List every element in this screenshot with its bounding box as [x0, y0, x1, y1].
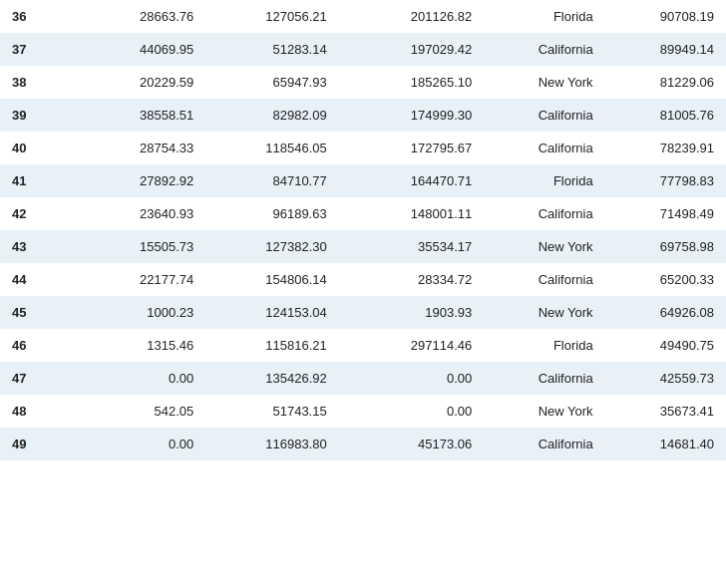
row-col6: 35673.41: [605, 395, 726, 428]
row-col3: 127382.30: [205, 230, 338, 263]
row-col2: 44069.95: [73, 33, 205, 66]
table-row: 3938558.5182982.09174999.30California810…: [0, 99, 726, 132]
row-id: 44: [0, 263, 73, 296]
row-col3: 154806.14: [205, 263, 338, 296]
row-col6: 71498.49: [605, 197, 726, 230]
row-state: California: [484, 263, 604, 296]
row-state: New York: [484, 230, 604, 263]
row-col6: 42559.73: [605, 362, 726, 395]
row-col6: 65200.33: [605, 263, 726, 296]
table-row: 4127892.9284710.77164470.71Florida77798.…: [0, 164, 726, 197]
row-state: Florida: [484, 0, 604, 33]
row-col4: 0.00: [339, 362, 485, 395]
row-col6: 14681.40: [605, 428, 726, 460]
row-col4: 201126.82: [339, 0, 485, 33]
row-id: 48: [0, 395, 73, 428]
row-col2: 0.00: [73, 428, 205, 460]
row-col2: 27892.92: [73, 164, 205, 197]
row-col3: 118546.05: [205, 132, 338, 164]
row-col6: 89949.14: [605, 33, 726, 66]
row-id: 37: [0, 33, 73, 66]
row-id: 36: [0, 0, 73, 33]
data-table: 3628663.76127056.21201126.82Florida90708…: [0, 0, 726, 460]
row-col2: 15505.73: [73, 230, 205, 263]
row-col4: 174999.30: [339, 99, 485, 132]
row-state: California: [484, 362, 604, 395]
row-col3: 84710.77: [205, 164, 338, 197]
row-state: New York: [484, 395, 604, 428]
row-id: 38: [0, 66, 73, 99]
row-col6: 69758.98: [605, 230, 726, 263]
row-col2: 23640.93: [73, 197, 205, 230]
row-col4: 185265.10: [339, 66, 485, 99]
row-col4: 0.00: [339, 395, 485, 428]
row-state: California: [484, 428, 604, 460]
row-state: New York: [484, 296, 604, 329]
table-row: 4223640.9396189.63148001.11California714…: [0, 197, 726, 230]
row-id: 43: [0, 230, 73, 263]
row-state: California: [484, 132, 604, 164]
row-col2: 0.00: [73, 362, 205, 395]
row-col4: 164470.71: [339, 164, 485, 197]
row-col3: 124153.04: [205, 296, 338, 329]
row-col2: 1315.46: [73, 329, 205, 362]
row-col3: 65947.93: [205, 66, 338, 99]
row-id: 39: [0, 99, 73, 132]
row-col2: 1000.23: [73, 296, 205, 329]
row-col4: 1903.93: [339, 296, 485, 329]
row-state: California: [484, 99, 604, 132]
row-col2: 20229.59: [73, 66, 205, 99]
row-col2: 542.05: [73, 395, 205, 428]
row-col2: 28663.76: [73, 0, 205, 33]
row-col4: 172795.67: [339, 132, 485, 164]
row-col4: 148001.11: [339, 197, 485, 230]
row-id: 46: [0, 329, 73, 362]
row-col6: 81005.76: [605, 99, 726, 132]
row-col3: 51283.14: [205, 33, 338, 66]
row-col3: 127056.21: [205, 0, 338, 33]
row-id: 41: [0, 164, 73, 197]
row-col3: 96189.63: [205, 197, 338, 230]
row-id: 45: [0, 296, 73, 329]
row-col4: 28334.72: [339, 263, 485, 296]
table-row: 4422177.74154806.1428334.72California652…: [0, 263, 726, 296]
row-col2: 38558.51: [73, 99, 205, 132]
row-col6: 64926.08: [605, 296, 726, 329]
table-row: 3744069.9551283.14197029.42California899…: [0, 33, 726, 66]
row-col3: 115816.21: [205, 329, 338, 362]
row-state: New York: [484, 66, 604, 99]
row-col6: 78239.91: [605, 132, 726, 164]
table-row: 470.00135426.920.00California42559.73: [0, 362, 726, 395]
table-row: 490.00116983.8045173.06California14681.4…: [0, 428, 726, 460]
table-row: 3820229.5965947.93185265.10New York81229…: [0, 66, 726, 99]
table-row: 451000.23124153.041903.93New York64926.0…: [0, 296, 726, 329]
table-row: 461315.46115816.21297114.46Florida49490.…: [0, 329, 726, 362]
row-col3: 51743.15: [205, 395, 338, 428]
row-col4: 297114.46: [339, 329, 485, 362]
row-col6: 90708.19: [605, 0, 726, 33]
row-id: 47: [0, 362, 73, 395]
row-col3: 116983.80: [205, 428, 338, 460]
row-col3: 82982.09: [205, 99, 338, 132]
row-state: Florida: [484, 164, 604, 197]
row-col4: 45173.06: [339, 428, 485, 460]
row-col6: 81229.06: [605, 66, 726, 99]
row-state: California: [484, 33, 604, 66]
row-col3: 135426.92: [205, 362, 338, 395]
row-state: California: [484, 197, 604, 230]
table-row: 3628663.76127056.21201126.82Florida90708…: [0, 0, 726, 33]
row-col4: 35534.17: [339, 230, 485, 263]
table-row: 4028754.33118546.05172795.67California78…: [0, 132, 726, 164]
row-col2: 28754.33: [73, 132, 205, 164]
row-id: 42: [0, 197, 73, 230]
table-row: 4315505.73127382.3035534.17New York69758…: [0, 230, 726, 263]
row-col4: 197029.42: [339, 33, 485, 66]
table-row: 48542.0551743.150.00New York35673.41: [0, 395, 726, 428]
row-col2: 22177.74: [73, 263, 205, 296]
row-id: 49: [0, 428, 73, 460]
row-col6: 77798.83: [605, 164, 726, 197]
row-col6: 49490.75: [605, 329, 726, 362]
row-id: 40: [0, 132, 73, 164]
row-state: Florida: [484, 329, 604, 362]
